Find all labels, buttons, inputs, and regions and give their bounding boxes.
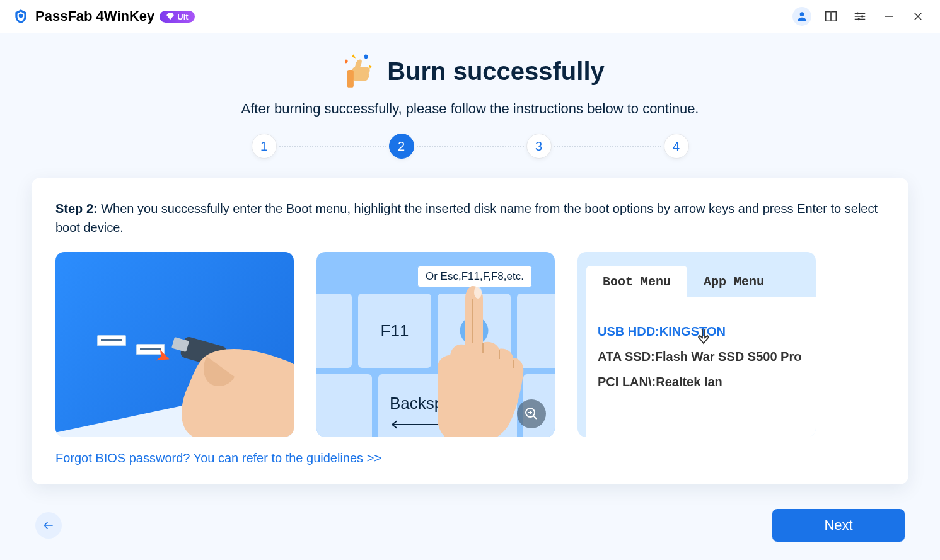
- close-icon: [912, 11, 924, 22]
- book-icon: [824, 9, 838, 23]
- account-button[interactable]: [792, 7, 811, 26]
- settings-button[interactable]: [850, 7, 869, 26]
- back-button[interactable]: [35, 512, 62, 539]
- user-icon: [796, 10, 808, 23]
- step-label: Step 2:: [55, 202, 98, 215]
- boot-option-ssd: ATA SSD:Flash War SSD S500 Pro: [598, 344, 804, 369]
- svg-rect-5: [347, 70, 354, 88]
- bios-password-link[interactable]: Forgot BIOS password? You can refer to t…: [55, 451, 885, 466]
- svg-point-0: [19, 14, 23, 18]
- step-body: When you successfully enter the Boot men…: [55, 202, 878, 234]
- page-subtitle: After burning successfully, please follo…: [32, 101, 908, 117]
- thumbs-up-confetti-icon: [335, 50, 377, 92]
- svg-point-9: [474, 286, 482, 299]
- minimize-button[interactable]: [879, 7, 898, 26]
- arrow-left-icon: [42, 519, 55, 532]
- step-4[interactable]: 4: [664, 134, 689, 159]
- close-button[interactable]: [908, 7, 927, 26]
- guide-button[interactable]: [821, 7, 840, 26]
- step-2[interactable]: 2: [389, 134, 414, 159]
- zoom-in-icon: [524, 406, 539, 421]
- zoom-button[interactable]: [517, 399, 546, 428]
- app-title: PassFab 4WinKey: [35, 8, 154, 25]
- svg-point-2: [857, 13, 859, 15]
- step-instruction: Step 2: When you successfully enter the …: [55, 199, 885, 237]
- minimize-icon: [883, 11, 895, 22]
- step-3[interactable]: 3: [526, 134, 552, 159]
- step-connector: [279, 146, 386, 147]
- app-menu-tab: App Menu: [687, 266, 780, 298]
- svg-point-1: [800, 12, 804, 16]
- illustration-press-key: Or Esc,F11,F,F8,etc. F11 Backspa: [316, 252, 555, 437]
- hand-holding-usb-icon: [131, 324, 294, 437]
- diamond-icon: [166, 12, 175, 21]
- step-1[interactable]: 1: [252, 134, 277, 159]
- edition-badge: Ult: [160, 11, 194, 23]
- hand-pressing-icon: [435, 280, 530, 437]
- next-button[interactable]: Next: [772, 509, 905, 542]
- instruction-card: Step 2: When you successfully enter the …: [32, 178, 908, 484]
- illustration-usb-insert: ➤: [55, 252, 294, 437]
- sliders-icon: [853, 9, 867, 23]
- key-f11: F11: [358, 294, 431, 368]
- boot-menu-tab: Boot Menu: [586, 266, 687, 298]
- step-connector: [417, 146, 524, 147]
- step-connector: [554, 146, 661, 147]
- app-logo-icon: [13, 8, 29, 25]
- page-title: Burn successfully: [387, 57, 605, 86]
- cursor-icon: [697, 329, 712, 345]
- boot-option-lan: PCI LAN\:Realtek lan: [598, 369, 804, 394]
- footer: Next: [0, 491, 940, 560]
- svg-point-4: [857, 18, 860, 21]
- illustration-boot-menu: Boot Menu App Menu USB HDD:KINGSTON ATA …: [577, 252, 816, 437]
- svg-point-3: [861, 15, 864, 18]
- stepper: 1 2 3 4: [32, 134, 908, 159]
- titlebar: PassFab 4WinKey Ult: [0, 0, 940, 33]
- edition-label: Ult: [177, 12, 188, 21]
- hero: Burn successfully After burning successf…: [32, 50, 908, 117]
